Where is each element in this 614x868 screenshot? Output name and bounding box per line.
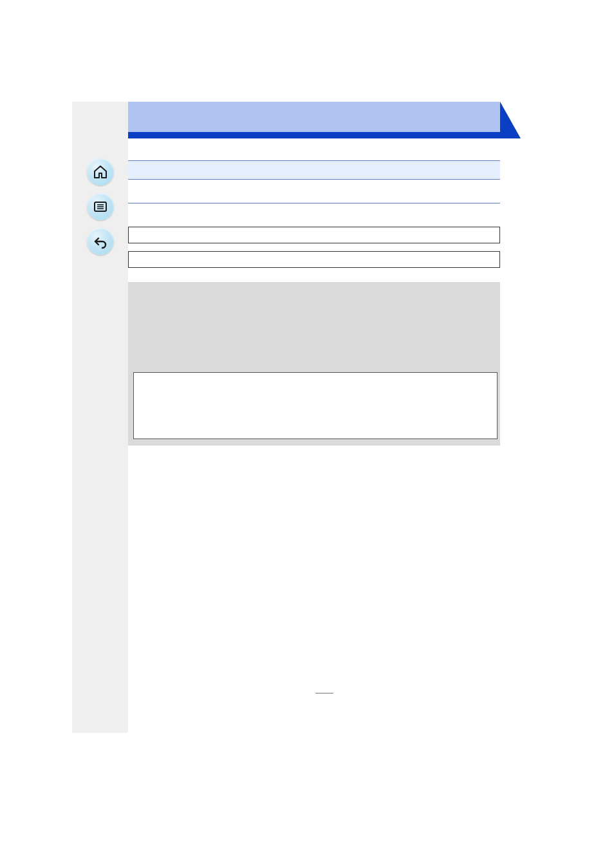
option-box-1 xyxy=(128,227,500,243)
option-boxes xyxy=(128,227,500,268)
content-area xyxy=(128,102,521,446)
page-number xyxy=(315,693,333,695)
sidebar xyxy=(72,102,128,733)
back-button[interactable] xyxy=(87,228,114,255)
page-root xyxy=(0,0,614,868)
home-icon xyxy=(93,164,108,180)
back-icon xyxy=(93,234,108,249)
list-button[interactable] xyxy=(87,193,114,220)
home-button[interactable] xyxy=(87,158,114,185)
option-box-2 xyxy=(128,251,500,268)
nav-icon-group xyxy=(72,158,128,255)
info-panel-inner xyxy=(133,372,498,439)
info-panel xyxy=(128,282,500,446)
divider-rule xyxy=(128,203,500,203)
list-icon xyxy=(93,199,108,214)
chapter-header xyxy=(128,102,500,138)
section-heading-row xyxy=(128,160,500,180)
